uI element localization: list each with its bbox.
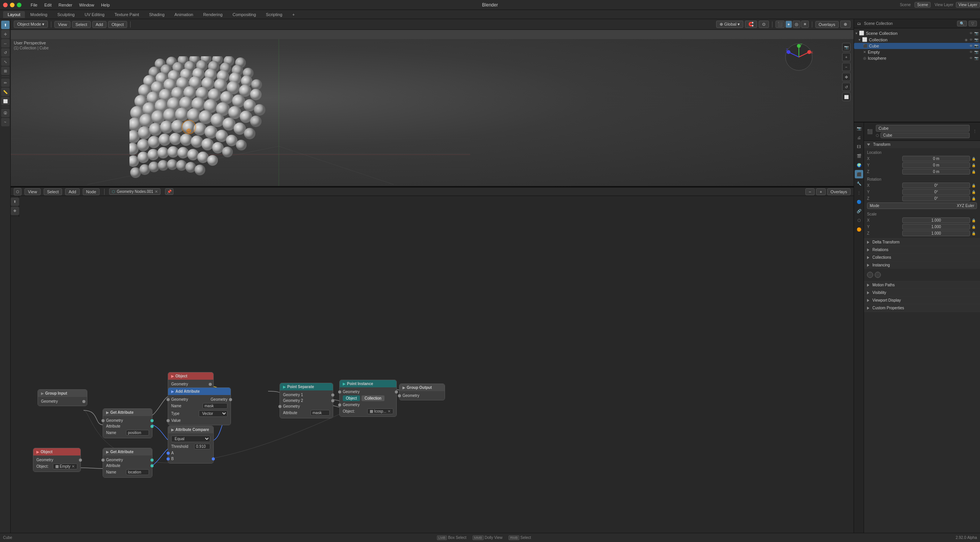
scale-y-lock[interactable]: 🔒 <box>972 225 977 229</box>
empty-visibility-render[interactable]: 📷 <box>974 50 978 54</box>
add-attr-name-input[interactable] <box>203 403 227 409</box>
camera-view-btn[interactable]: 📷 <box>842 43 851 51</box>
props-tab-object[interactable]: ⬛ <box>855 170 863 178</box>
attr-compare-threshold-input[interactable] <box>194 444 210 449</box>
shading-wireframe[interactable]: ⬛ <box>775 21 785 28</box>
zoom-fit-btn[interactable]: ⬜ <box>842 93 851 101</box>
pi-collection-btn[interactable]: Collection <box>362 395 384 401</box>
outliner-icosphere[interactable]: ◎ Icosphere 👁 📷 <box>854 55 980 61</box>
outliner-cube[interactable]: ⬛ Cube 👁 📷 <box>854 43 980 49</box>
instancing-section-header[interactable]: Instancing <box>864 261 980 269</box>
editor-type-selector[interactable]: ⬡ <box>14 188 21 196</box>
pi-object-btn[interactable]: Object <box>343 395 360 401</box>
node-zoom-out[interactable]: − <box>805 188 815 195</box>
node-object-bottom[interactable]: ▶ Object Geometry Object: Empty <box>33 448 81 472</box>
node-group-output[interactable]: ▶ Group Output Geometry <box>399 384 445 400</box>
zoom-in-btn[interactable]: + <box>842 53 851 61</box>
add-button[interactable]: Add <box>92 21 107 28</box>
transform-section-header[interactable]: Transform <box>864 141 980 148</box>
node-node-btn[interactable]: Node <box>83 188 100 195</box>
gizmo-toggle[interactable]: ⊕ <box>840 21 851 28</box>
obj-bot-empty-tag[interactable]: Empty ✕ <box>53 464 77 469</box>
outliner-filter[interactable]: ▽ <box>969 21 977 26</box>
cube-visibility-render[interactable]: 📷 <box>974 44 978 48</box>
overlays-toggle[interactable]: Overlays <box>815 21 839 28</box>
tool-scale[interactable]: ⤡ <box>1 57 10 66</box>
tab-compositing[interactable]: Compositing <box>228 11 260 18</box>
location-x-value[interactable]: 0 m <box>902 156 970 162</box>
props-tab-physics[interactable]: 🔵 <box>855 198 863 206</box>
ps-attr-input[interactable] <box>311 410 330 416</box>
snap-toggle[interactable]: 🧲 <box>745 21 757 28</box>
coll-visibility-eye[interactable]: 👁 <box>969 38 973 42</box>
help-menu[interactable]: Help <box>98 2 113 8</box>
get-attr-top-name-input[interactable] <box>126 430 149 436</box>
props-expand-btn[interactable]: ⋮ <box>973 129 977 134</box>
tab-scripting[interactable]: Scripting <box>261 11 287 18</box>
node-pan-tool[interactable]: ✥ <box>11 207 19 215</box>
scene-selector[interactable]: Scene <box>915 2 931 8</box>
tool-transform[interactable]: ⊞ <box>1 67 10 75</box>
props-tab-view-layer[interactable]: 🎞 <box>855 142 863 151</box>
node-get-attribute-top[interactable]: ▶ Get Attribute Geometry Attribute <box>103 408 152 438</box>
tab-shading[interactable]: Shading <box>144 11 169 18</box>
ico-visibility-render[interactable]: 📷 <box>974 56 978 60</box>
delta-section-header[interactable]: Delta Transform <box>864 238 980 246</box>
tab-uv-editing[interactable]: UV Editing <box>80 11 109 18</box>
render-menu[interactable]: Render <box>56 2 75 8</box>
node-select-btn[interactable]: Select <box>44 188 62 195</box>
mode-selector[interactable]: Object Mode ▾ <box>14 21 48 28</box>
tool-smooth[interactable]: ~ <box>1 118 10 126</box>
axis-gizmo[interactable]: X Y Z <box>785 43 813 72</box>
icosp-remove-btn[interactable]: ✕ <box>388 409 391 413</box>
relations-section-header[interactable]: Relations <box>864 246 980 253</box>
rotation-mode-selector[interactable]: Mode XYZ Euler <box>867 202 977 209</box>
select-button[interactable]: Select <box>72 21 91 28</box>
minimize-button[interactable] <box>10 3 15 7</box>
viewport-display-header[interactable]: Viewport Display <box>864 297 980 304</box>
node-zoom-in[interactable]: + <box>816 188 825 195</box>
props-tab-particles[interactable]: ⋮ <box>855 188 863 197</box>
pin-node-tree[interactable]: 📌 <box>165 188 173 195</box>
props-tab-scene[interactable]: 🎬 <box>855 152 863 160</box>
coll-exclude-btn[interactable]: ◉ <box>965 38 968 42</box>
props-tab-render[interactable]: 📷 <box>855 124 863 132</box>
outliner-collection[interactable]: ▾ ⬜ Collection ◉ 👁 📷 <box>854 36 980 43</box>
scale-y-value[interactable]: 1.000 <box>902 224 970 230</box>
location-z-lock[interactable]: 🔒 <box>972 170 977 174</box>
node-get-attribute-bottom[interactable]: ▶ Get Attribute Geometry Attribute <box>103 448 152 478</box>
coll-visibility-render[interactable]: 📷 <box>974 38 978 42</box>
data-name-field[interactable]: Cube <box>880 132 970 138</box>
rotation-x-lock[interactable]: 🔒 <box>972 184 977 188</box>
outliner-empty[interactable]: ✕ Empty 👁 📷 <box>854 49 980 55</box>
shading-solid[interactable]: ● <box>785 21 792 28</box>
tool-add-cube[interactable]: ⬜ <box>1 97 10 105</box>
props-tab-material[interactable]: 🟠 <box>855 225 863 233</box>
attr-compare-mode-select[interactable]: Equal Not Equal Greater Than <box>171 436 210 442</box>
node-group-input[interactable]: ▶ Group Input Geometry <box>38 389 87 406</box>
tab-rendering[interactable]: Rendering <box>198 11 227 18</box>
props-tab-data[interactable]: ⬡ <box>855 216 863 224</box>
outliner-search[interactable]: 🔍 <box>957 21 967 26</box>
props-tab-constraints[interactable]: 🔗 <box>855 207 863 215</box>
empty-visibility-eye[interactable]: 👁 <box>969 50 973 54</box>
rotation-z-value[interactable]: 0° <box>902 196 970 201</box>
rotation-z-lock[interactable]: 🔒 <box>972 197 977 201</box>
rotation-y-lock[interactable]: 🔒 <box>972 190 977 194</box>
file-menu[interactable]: File <box>28 2 41 8</box>
view-layer-selector[interactable]: View Layer <box>956 2 980 8</box>
view-button[interactable]: View <box>54 21 70 28</box>
maximize-button[interactable] <box>17 3 21 7</box>
node-overlay-btn[interactable]: Overlays <box>827 188 851 195</box>
node-attribute-compare[interactable]: ▶ Attribute Compare Equal Not Equal Grea… <box>168 426 214 464</box>
custom-props-header[interactable]: Custom Properties <box>864 304 980 312</box>
scale-z-lock[interactable]: 🔒 <box>972 232 977 235</box>
rotation-y-value[interactable]: 0° <box>902 189 970 195</box>
viewport-3d[interactable]: X Y Z 📷 + − ✥ <box>11 30 854 187</box>
empty-remove-btn[interactable]: ✕ <box>72 464 75 469</box>
node-select-tool[interactable]: ⬆ <box>11 198 19 206</box>
outliner-scene-collection[interactable]: ▾ ⬜ Scene Collection 👁 📷 <box>854 30 980 36</box>
tab-sculpting[interactable]: Sculpting <box>53 11 79 18</box>
location-y-value[interactable]: 0 m <box>902 162 970 168</box>
node-view-btn[interactable]: View <box>25 188 41 195</box>
